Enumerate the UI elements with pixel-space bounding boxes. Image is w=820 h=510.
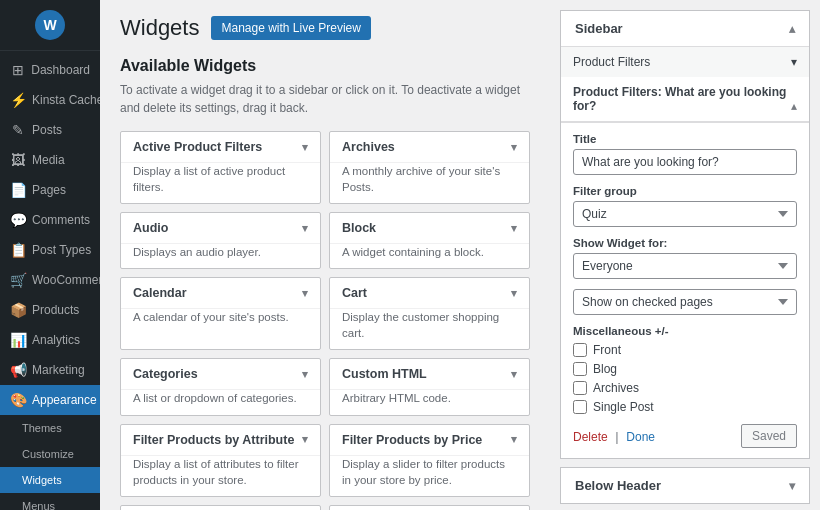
widget-cart[interactable]: Cart ▾ Display the customer shopping car… (329, 277, 530, 350)
widget-gallery[interactable]: Gallery ▾ Displays an image gallery. (329, 505, 530, 510)
chevron-down-icon: ▾ (791, 55, 797, 69)
right-panel: Sidebar ▴ Product Filters ▾ Product Filt… (550, 0, 820, 510)
widget-header[interactable]: Cart ▾ (330, 278, 529, 308)
widget-desc: Arbitrary HTML code. (330, 389, 529, 414)
widget-header[interactable]: Calendar ▾ (121, 278, 320, 308)
below-header-header[interactable]: Below Header ▾ (561, 468, 809, 503)
sidebar-item-analytics[interactable]: 📊 Analytics (0, 325, 100, 355)
products-icon: 📦 (10, 302, 26, 318)
widget-header[interactable]: Audio ▾ (121, 213, 320, 243)
sidebar-section-header[interactable]: Sidebar ▴ (561, 11, 809, 46)
sidebar-sub-label: Themes (22, 422, 62, 434)
widget-header[interactable]: Custom HTML ▾ (330, 359, 529, 389)
widgets-grid: Active Product Filters ▾ Display a list … (120, 131, 530, 510)
pages-option-select[interactable]: Show on checked pages (573, 289, 797, 315)
filter-group-select[interactable]: Quiz (573, 201, 797, 227)
post-types-icon: 📋 (10, 242, 26, 258)
sidebar-item-marketing[interactable]: 📢 Marketing (0, 355, 100, 385)
widget-audio[interactable]: Audio ▾ Displays an audio player. (120, 212, 321, 269)
sidebar-item-menus[interactable]: Menus (0, 493, 100, 510)
page-header: Widgets Manage with Live Preview (120, 15, 530, 41)
chevron-down-icon: ▾ (302, 433, 308, 446)
done-link[interactable]: Done (626, 430, 655, 444)
wp-logo: W (0, 0, 100, 51)
save-button[interactable]: Saved (741, 424, 797, 448)
checkbox-archives[interactable]: Archives (573, 381, 797, 395)
checkbox-front[interactable]: Front (573, 343, 797, 357)
widget-filter-by-rating[interactable]: Filter Products by Rating ▾ Display a li… (120, 505, 321, 510)
widget-filter-by-price[interactable]: Filter Products by Price ▾ Display a sli… (329, 424, 530, 497)
widget-header[interactable]: Categories ▾ (121, 359, 320, 389)
widget-desc: A calendar of your site's posts. (121, 308, 320, 333)
widget-name: Audio (133, 221, 168, 235)
widget-header[interactable]: Filter Products by Attribute ▾ (121, 425, 320, 455)
sidebar-item-comments[interactable]: 💬 Comments (0, 205, 100, 235)
widget-desc: Displays an audio player. (121, 243, 320, 268)
widget-desc: Display a list of active product filters… (121, 162, 320, 203)
sidebar-item-media[interactable]: 🖼 Media (0, 145, 100, 175)
widget-calendar[interactable]: Calendar ▾ A calendar of your site's pos… (120, 277, 321, 350)
widget-header[interactable]: Filter Products by Rating ▾ (121, 506, 320, 510)
chevron-down-icon: ▾ (789, 479, 795, 493)
chevron-down-icon: ▾ (302, 222, 308, 235)
widget-block[interactable]: Block ▾ A widget containing a block. (329, 212, 530, 269)
sidebar-item-widgets[interactable]: Widgets (0, 467, 100, 493)
widget-custom-html[interactable]: Custom HTML ▾ Arbitrary HTML code. (329, 358, 530, 415)
sidebar-item-pages[interactable]: 📄 Pages (0, 175, 100, 205)
marketing-icon: 📢 (10, 362, 26, 378)
sidebar-item-posts[interactable]: ✎ Posts (0, 115, 100, 145)
checkbox-single-post[interactable]: Single Post (573, 400, 797, 414)
archives-checkbox[interactable] (573, 381, 587, 395)
sidebar-item-label: Posts (32, 123, 62, 137)
sidebar-item-products[interactable]: 📦 Products (0, 295, 100, 325)
product-filters-header[interactable]: Product Filters ▾ (561, 47, 809, 77)
available-widgets-title: Available Widgets (120, 57, 530, 75)
blog-checkbox[interactable] (573, 362, 587, 376)
front-label: Front (593, 343, 621, 357)
chevron-down-icon: ▾ (302, 141, 308, 154)
widget-desc: A list or dropdown of categories. (121, 389, 320, 414)
sidebar-item-post-types[interactable]: 📋 Post Types (0, 235, 100, 265)
dashboard-icon: ⊞ (10, 62, 25, 78)
widget-header[interactable]: Archives ▾ (330, 132, 529, 162)
sidebar-panel-section: Sidebar ▴ Product Filters ▾ Product Filt… (560, 10, 810, 459)
blog-label: Blog (593, 362, 617, 376)
wp-logo-icon: W (35, 10, 65, 40)
widget-instance-title: Product Filters: What are you looking fo… (561, 77, 809, 122)
sidebar-item-label: Media (32, 153, 65, 167)
sidebar-item-label: Post Types (32, 243, 91, 257)
chevron-up-icon: ▴ (789, 22, 795, 36)
single-post-checkbox[interactable] (573, 400, 587, 414)
front-checkbox[interactable] (573, 343, 587, 357)
checkbox-blog[interactable]: Blog (573, 362, 797, 376)
widget-name: Block (342, 221, 376, 235)
widget-name: Filter Products by Price (342, 433, 482, 447)
widget-header[interactable]: Gallery ▾ (330, 506, 529, 510)
show-widget-select[interactable]: Everyone (573, 253, 797, 279)
widget-header[interactable]: Filter Products by Price ▾ (330, 425, 529, 455)
live-preview-button[interactable]: Manage with Live Preview (211, 16, 370, 40)
wp-admin-sidebar: W ⊞ Dashboard ⚡ Kinsta Cache ✎ Posts 🖼 M… (0, 0, 100, 510)
sidebar-item-appearance[interactable]: 🎨 Appearance (0, 385, 100, 415)
widget-action-links: Delete | Done (573, 429, 655, 444)
archives-label: Archives (593, 381, 639, 395)
widget-archives[interactable]: Archives ▾ A monthly archive of your sit… (329, 131, 530, 204)
widget-header[interactable]: Block ▾ (330, 213, 529, 243)
widget-filter-by-attribute[interactable]: Filter Products by Attribute ▾ Display a… (120, 424, 321, 497)
sidebar-item-customize[interactable]: Customize (0, 441, 100, 467)
sidebar-item-themes[interactable]: Themes (0, 415, 100, 441)
widget-categories[interactable]: Categories ▾ A list or dropdown of categ… (120, 358, 321, 415)
comments-icon: 💬 (10, 212, 26, 228)
widget-header[interactable]: Active Product Filters ▾ (121, 132, 320, 162)
sidebar-item-woocommerce[interactable]: 🛒 WooCommerce (0, 265, 100, 295)
chevron-up-icon: ▴ (791, 99, 797, 113)
delete-link[interactable]: Delete (573, 430, 608, 444)
sidebar-item-dashboard[interactable]: ⊞ Dashboard (0, 55, 100, 85)
widget-active-product-filters[interactable]: Active Product Filters ▾ Display a list … (120, 131, 321, 204)
chevron-down-icon: ▾ (302, 287, 308, 300)
sidebar-item-kinsta-cache[interactable]: ⚡ Kinsta Cache (0, 85, 100, 115)
media-icon: 🖼 (10, 152, 26, 168)
title-input[interactable] (573, 149, 797, 175)
kinsta-icon: ⚡ (10, 92, 26, 108)
sidebar-item-label: Pages (32, 183, 66, 197)
